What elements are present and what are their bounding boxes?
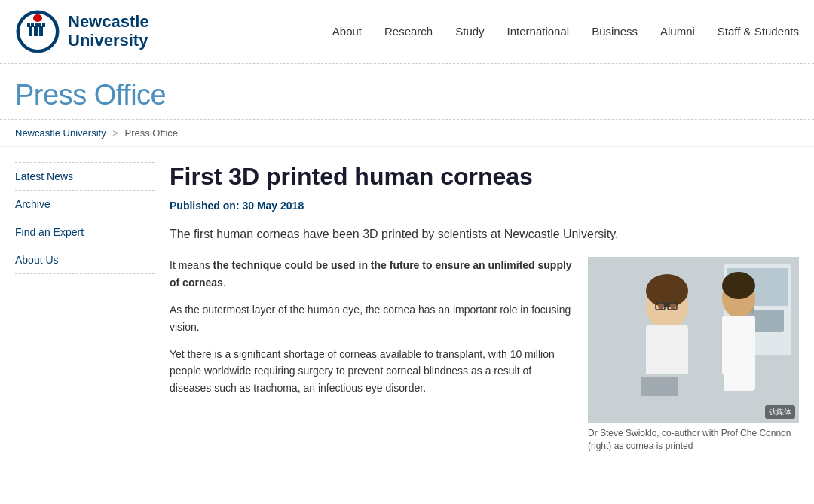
highlight-prefix: It means (170, 259, 213, 271)
lab-photo-svg (588, 257, 799, 423)
sidebar-item-archive[interactable]: Archive (15, 191, 155, 218)
highlight-paragraph: It means the technique could be used in … (170, 257, 573, 291)
svg-rect-2 (29, 26, 32, 36)
svg-rect-9 (42, 23, 45, 27)
svg-rect-29 (641, 377, 678, 396)
svg-point-19 (646, 274, 688, 307)
highlight-end: . (223, 276, 226, 289)
nav-research[interactable]: Research (384, 25, 433, 38)
nav-study[interactable]: Study (455, 25, 484, 38)
press-office-title: Press Office (15, 79, 799, 111)
article-title: First 3D printed human corneas (170, 162, 799, 191)
sidebar-item-about-us[interactable]: About Us (15, 246, 155, 274)
nav-staff-students[interactable]: Staff & Students (718, 25, 799, 38)
breadcrumb-separator: > (112, 127, 118, 139)
press-office-banner: Press Office (0, 64, 814, 120)
main-layout: Latest News Archive Find an Expert About… (0, 147, 814, 468)
published-date: Published on: 30 May 2018 (170, 200, 799, 212)
main-nav: About Research Study International Busin… (332, 25, 799, 38)
article-intro: The first human corneas have been 3D pri… (170, 225, 799, 243)
sidebar-item-latest-news[interactable]: Latest News (15, 162, 155, 191)
svg-rect-8 (38, 23, 41, 27)
body-paragraph-2: Yet there is a significant shortage of c… (170, 346, 573, 396)
nav-about[interactable]: About (332, 25, 362, 38)
svg-rect-7 (35, 23, 38, 27)
university-crest (15, 9, 60, 54)
logo-area: Newcastle University (15, 9, 181, 54)
image-watermark: 钛媒体 (765, 405, 795, 419)
breadcrumb: Newcastle University > Press Office (0, 120, 814, 147)
breadcrumb-home[interactable]: Newcastle University (15, 127, 106, 139)
nav-international[interactable]: International (507, 25, 570, 38)
breadcrumb-current: Press Office (125, 127, 179, 139)
sidebar: Latest News Archive Find an Expert About… (15, 162, 155, 453)
image-caption: Dr Steve Swioklo, co-author with Prof Ch… (588, 427, 799, 453)
nav-alumni[interactable]: Alumni (660, 25, 695, 38)
logo-text: Newcastle University (68, 13, 149, 49)
article-content: First 3D printed human corneas Published… (170, 162, 799, 453)
svg-rect-6 (31, 23, 34, 27)
svg-rect-4 (39, 26, 43, 36)
text-section: It means the technique could be used in … (170, 257, 573, 407)
sidebar-item-find-expert[interactable]: Find an Expert (15, 218, 155, 246)
image-section: 钛媒体 Dr Steve Swioklo, co-author with Pro… (588, 257, 799, 453)
logo-line1: Newcastle (68, 13, 149, 31)
site-header: Newcastle University About Research Stud… (0, 0, 814, 63)
content-with-image: It means the technique could be used in … (170, 257, 799, 453)
logo-line2: University (68, 32, 149, 50)
body-paragraph-1: As the outermost layer of the human eye,… (170, 301, 573, 335)
svg-point-27 (722, 272, 755, 299)
svg-rect-26 (722, 316, 755, 391)
highlight-bold: the technique could be used in the futur… (170, 259, 572, 288)
svg-rect-5 (27, 23, 30, 27)
nav-business[interactable]: Business (592, 25, 638, 38)
svg-rect-3 (34, 26, 38, 36)
published-date-value: 30 May 2018 (242, 200, 304, 212)
article-image: 钛媒体 (588, 257, 799, 423)
published-label: Published on: (170, 200, 240, 212)
